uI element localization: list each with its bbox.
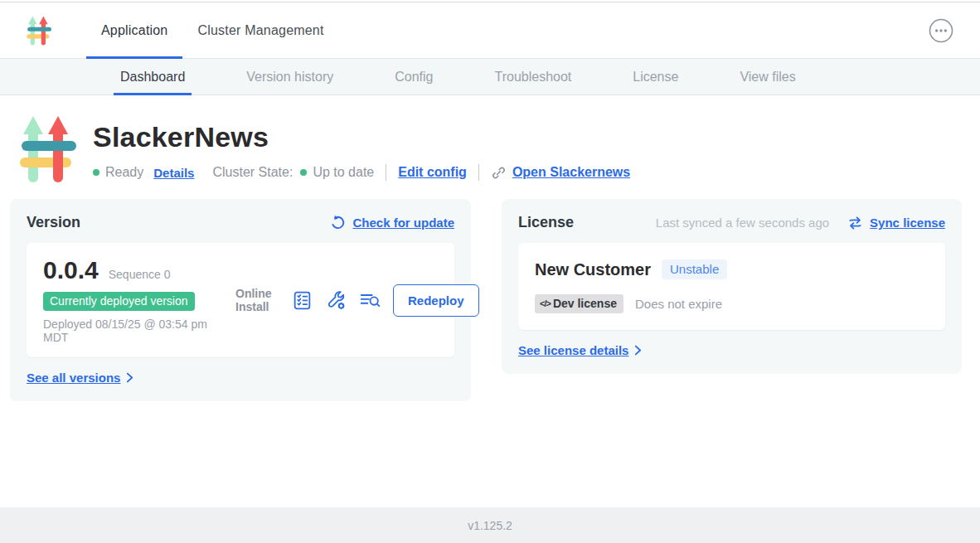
open-app-link[interactable]: Open Slackernews bbox=[491, 165, 630, 181]
subnav-tab-version-history-label: Version history bbox=[246, 70, 333, 85]
license-card: License Last synced a few seconds ago Sy… bbox=[502, 199, 962, 374]
dashboard-cards: Version Check for update 0.0.4 bbox=[10, 199, 962, 401]
deployed-timestamp: Deployed 08/15/25 @ 03:54 pm MDT bbox=[43, 318, 209, 344]
version-card: Version Check for update 0.0.4 bbox=[10, 199, 471, 401]
deploy-logs-icon[interactable] bbox=[359, 289, 381, 311]
license-type-badge: </> Dev license bbox=[535, 294, 623, 313]
last-synced-text: Last synced a few seconds ago bbox=[656, 216, 829, 230]
overflow-menu-icon[interactable] bbox=[929, 18, 953, 43]
app-status-dot-icon bbox=[93, 169, 99, 176]
page-title: SlackerNews bbox=[93, 121, 630, 153]
divider bbox=[478, 164, 479, 181]
link-icon bbox=[491, 165, 507, 181]
divider bbox=[386, 164, 386, 181]
app-header: SlackerNews Ready Details Cluster State:… bbox=[0, 95, 980, 187]
subnav-tab-dashboard[interactable]: Dashboard bbox=[114, 59, 192, 95]
cluster-state-label: Cluster State: bbox=[212, 165, 293, 180]
subnav-tab-view-files[interactable]: View files bbox=[733, 59, 802, 95]
install-type-label: Online Install bbox=[235, 287, 279, 313]
admin-console: Application Cluster Management Dashboard… bbox=[0, 0, 980, 543]
deployed-badge: Currently deployed version bbox=[43, 292, 195, 311]
current-version-panel: 0.0.4 Sequence 0 Currently deployed vers… bbox=[27, 243, 454, 357]
tab-application-label: Application bbox=[101, 23, 167, 38]
cluster-state-value: Up to date bbox=[313, 165, 374, 180]
license-expiry-text: Does not expire bbox=[635, 297, 722, 311]
tab-application[interactable]: Application bbox=[86, 2, 182, 58]
refresh-icon bbox=[330, 215, 346, 230]
subnav-tab-license-label: License bbox=[633, 70, 678, 85]
subnav-tab-troubleshoot[interactable]: Troubleshoot bbox=[488, 59, 578, 95]
sub-nav: Dashboard Version history Config Trouble… bbox=[0, 59, 980, 95]
footer: v1.125.2 bbox=[0, 507, 980, 543]
redeploy-button[interactable]: Redeploy bbox=[393, 284, 479, 317]
tab-cluster-management[interactable]: Cluster Management bbox=[182, 2, 338, 58]
main-tabs: Application Cluster Management bbox=[86, 2, 339, 58]
app-logo-small-icon bbox=[25, 14, 55, 47]
channel-badge: Unstable bbox=[662, 259, 727, 279]
license-panel: New Customer Unstable </> Dev license Do… bbox=[518, 243, 945, 330]
see-license-details-link[interactable]: See license details bbox=[518, 343, 945, 357]
app-logo-icon bbox=[17, 111, 83, 187]
subnav-tab-troubleshoot-label: Troubleshoot bbox=[494, 70, 571, 85]
sequence-label: Sequence 0 bbox=[109, 268, 171, 281]
top-nav: Application Cluster Management bbox=[0, 2, 980, 59]
app-status-row: Ready Details Cluster State: Up to date … bbox=[93, 164, 630, 181]
check-for-update-link[interactable]: Check for update bbox=[330, 215, 454, 230]
code-icon: </> bbox=[540, 298, 551, 308]
customer-name: New Customer bbox=[535, 260, 651, 279]
chevron-right-icon bbox=[126, 372, 133, 383]
sync-license-link[interactable]: Sync license bbox=[870, 216, 945, 230]
see-all-versions-label: See all versions bbox=[27, 371, 120, 385]
status-details-link[interactable]: Details bbox=[153, 166, 194, 180]
preflight-checks-icon[interactable] bbox=[291, 289, 313, 311]
chevron-right-icon bbox=[634, 345, 642, 356]
console-version: v1.125.2 bbox=[468, 519, 512, 532]
see-all-versions-link[interactable]: See all versions bbox=[27, 371, 454, 385]
sync-arrows-icon bbox=[847, 216, 863, 230]
tab-cluster-management-label: Cluster Management bbox=[197, 23, 323, 38]
subnav-tab-config[interactable]: Config bbox=[388, 59, 439, 95]
check-for-update-label: Check for update bbox=[352, 216, 454, 230]
config-wrench-icon[interactable] bbox=[325, 289, 347, 311]
version-number: 0.0.4 bbox=[43, 256, 99, 284]
subnav-tab-config-label: Config bbox=[395, 70, 433, 85]
edit-config-link[interactable]: Edit config bbox=[398, 165, 467, 180]
license-card-title: License bbox=[518, 214, 574, 231]
cluster-state-dot-icon bbox=[300, 169, 307, 176]
subnav-tab-view-files-label: View files bbox=[740, 70, 795, 85]
license-type-label: Dev license bbox=[553, 297, 617, 310]
subnav-tab-version-history[interactable]: Version history bbox=[240, 59, 340, 95]
subnav-tab-license[interactable]: License bbox=[626, 59, 685, 95]
version-card-title: Version bbox=[27, 214, 80, 231]
subnav-tab-dashboard-label: Dashboard bbox=[120, 70, 185, 85]
open-app-link-label: Open Slackernews bbox=[512, 165, 630, 180]
see-license-details-label: See license details bbox=[518, 343, 628, 357]
app-status-text: Ready bbox=[105, 165, 143, 180]
